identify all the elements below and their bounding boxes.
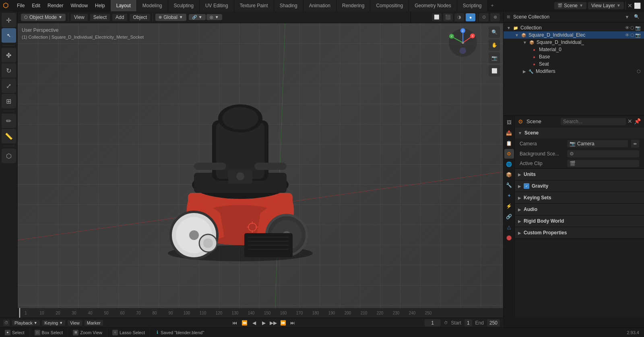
viewport-3d[interactable]: User Perspective (1) Collection | Square… xyxy=(18,23,503,318)
marker-button[interactable]: Marker xyxy=(85,320,103,326)
add-menu[interactable]: Add xyxy=(112,14,127,21)
menu-help[interactable]: Help xyxy=(92,2,108,9)
material-props-icon[interactable]: ⬤ xyxy=(504,233,514,242)
tab-rendering[interactable]: Rendering xyxy=(336,0,370,11)
gravity-checkbox[interactable]: ✓ xyxy=(524,183,529,189)
scene-props-icon[interactable]: ⚙ xyxy=(504,149,514,159)
outliner-item-square-d-sub[interactable]: ▼ 📦 Square_D_Individual_ xyxy=(504,39,644,46)
snap-dropdown[interactable]: 🔗 ▼ xyxy=(189,14,206,20)
props-close-icon[interactable]: ✕ xyxy=(627,118,632,125)
playback-dropdown[interactable]: Playback ▼ xyxy=(12,320,40,326)
outliner-item-material[interactable]: ● Material_0 xyxy=(504,46,644,53)
active-clip-value[interactable]: 🎬 xyxy=(567,160,639,167)
hide-icon-2[interactable]: ⬡ xyxy=(630,33,634,38)
particles-props-icon[interactable]: ✦ xyxy=(504,191,514,201)
modifier-eye-icon[interactable]: ⬡ xyxy=(637,69,641,74)
fullscreen-button[interactable]: ⬜ xyxy=(634,2,641,9)
current-frame-input[interactable]: 1 xyxy=(425,319,441,327)
view-menu[interactable]: View xyxy=(71,14,88,21)
scene-selector[interactable]: 🎬 Scene ▼ xyxy=(554,2,586,9)
camera-value[interactable]: 📷 Camera xyxy=(567,140,628,147)
viewport-overlay[interactable]: ⊙ xyxy=(479,13,489,21)
render-props-icon[interactable]: 🖼 xyxy=(504,118,514,127)
blender-logo[interactable]: ⬡ xyxy=(0,0,11,11)
gravity-section-header[interactable]: ▶ ✓ Gravity xyxy=(515,180,644,192)
object-menu[interactable]: Object xyxy=(130,14,150,21)
audio-section-header[interactable]: ▶ Audio xyxy=(515,204,644,215)
shading-solid[interactable]: ⬛ xyxy=(443,13,453,21)
prev-keyframe-button[interactable]: ⏪ xyxy=(240,319,248,327)
shading-material[interactable]: ◑ xyxy=(454,13,464,21)
start-frame-input[interactable]: 1 xyxy=(464,319,472,327)
scene-section-header[interactable]: ▼ Scene xyxy=(515,127,644,139)
view-button[interactable]: View xyxy=(68,320,82,326)
proportional-dropdown[interactable]: ◎ ▼ xyxy=(206,14,222,20)
tool-measure[interactable]: 📏 xyxy=(2,129,16,143)
eye-icon[interactable]: 👁 xyxy=(625,25,630,31)
background-scene-value[interactable]: ⚙ xyxy=(567,150,639,157)
tab-scripting[interactable]: Scripting xyxy=(457,0,488,11)
hide-icon[interactable]: ⬡ xyxy=(630,25,634,31)
world-props-icon[interactable]: 🌐 xyxy=(504,159,514,169)
menu-render[interactable]: Render xyxy=(44,2,66,9)
output-props-icon[interactable]: 📤 xyxy=(504,128,514,138)
keying-dropdown[interactable]: Keying ▼ xyxy=(42,320,66,326)
tab-compositing[interactable]: Compositing xyxy=(370,0,409,11)
tool-transform[interactable]: ⊞ xyxy=(2,94,16,108)
tab-sculpting[interactable]: Sculpting xyxy=(168,0,200,11)
shading-wireframe[interactable]: ⬜ xyxy=(432,13,442,21)
pan-tool[interactable]: ✋ xyxy=(489,39,500,51)
camera-edit-icon[interactable]: ✏ xyxy=(631,140,639,148)
outliner-item-base[interactable]: ● Base xyxy=(504,53,644,60)
physics-props-icon[interactable]: ⚡ xyxy=(504,201,514,211)
tab-animation[interactable]: Animation xyxy=(303,0,336,11)
gizmo-toggle[interactable]: ⊕ xyxy=(490,13,500,21)
tab-add-button[interactable]: + xyxy=(488,0,497,11)
tool-cursor[interactable]: ✛ xyxy=(2,13,16,27)
close-button[interactable]: ✕ xyxy=(627,2,632,9)
shading-rendered[interactable]: ● xyxy=(466,13,475,21)
mode-dropdown[interactable]: ⬡ Object Mode ▼ xyxy=(21,14,66,21)
play-button[interactable]: ▶ xyxy=(260,319,268,327)
keying-sets-section-header[interactable]: ▶ Keying Sets xyxy=(515,192,644,203)
outliner-item-modifiers[interactable]: ▶ 🔧 Modifiers ⬡ xyxy=(504,68,644,75)
outliner-item-seat[interactable]: ● Seat xyxy=(504,60,644,68)
tool-add-primitive[interactable]: ⬡ xyxy=(2,149,16,163)
select-menu[interactable]: Select xyxy=(90,14,110,21)
view-layer-selector[interactable]: View Layer ▼ xyxy=(588,2,624,9)
next-keyframe-button[interactable]: ⏩ xyxy=(279,319,287,327)
timeline-scrubber[interactable]: 1 10 20 30 40 50 60 70 80 90 100 110 120… xyxy=(0,308,503,318)
render-icon-2[interactable]: 📷 xyxy=(635,33,641,38)
tab-uv-editing[interactable]: UV Editing xyxy=(200,0,234,11)
orthographic-tool[interactable]: ⬜ xyxy=(489,65,500,76)
outliner-item-square-d[interactable]: ▼ 📦 Square_D_Individual_Elec 👁 ⬡ 📷 xyxy=(504,31,644,39)
jump-next-button[interactable]: ▶▶ xyxy=(269,319,277,327)
zoom-tool[interactable]: 🔍 xyxy=(489,27,500,38)
tab-modeling[interactable]: Modeling xyxy=(137,0,168,11)
tool-rotate[interactable]: ↻ xyxy=(2,63,16,78)
data-props-icon[interactable]: △ xyxy=(504,222,514,232)
tool-select[interactable]: ↖ xyxy=(2,28,16,43)
custom-properties-header[interactable]: ▶ Custom Properties xyxy=(515,227,644,238)
menu-file[interactable]: File xyxy=(14,2,28,9)
jump-end-button[interactable]: ⏭ xyxy=(289,319,297,327)
camera-tool[interactable]: 📷 xyxy=(489,52,500,64)
viewlayer-props-icon[interactable]: 📋 xyxy=(504,139,514,148)
tool-move[interactable]: ✤ xyxy=(2,48,16,62)
menu-window[interactable]: Window xyxy=(67,2,91,9)
search-icon[interactable]: 🔍 xyxy=(633,13,641,21)
props-search-input[interactable] xyxy=(561,118,626,125)
tool-scale[interactable]: ⤢ xyxy=(2,79,16,93)
tab-shading[interactable]: Shading xyxy=(274,0,303,11)
transform-dropdown[interactable]: ⊕ Global ▼ xyxy=(155,14,186,21)
filter-icon[interactable]: ▼ xyxy=(623,13,631,21)
outliner-item-collection[interactable]: ▼ 📁 Collection 👁 ⬡ 📷 xyxy=(504,24,644,31)
nav-gizmo[interactable]: Z X Y xyxy=(447,27,479,59)
constraints-props-icon[interactable]: 🔗 xyxy=(504,212,514,221)
rigid-body-world-header[interactable]: ▶ Rigid Body World xyxy=(515,215,644,227)
end-frame-input[interactable]: 250 xyxy=(487,319,500,327)
object-props-icon[interactable]: 📦 xyxy=(504,170,514,180)
eye-icon-2[interactable]: 👁 xyxy=(625,33,630,38)
tool-annotate[interactable]: ✏ xyxy=(2,114,16,128)
menu-edit[interactable]: Edit xyxy=(29,2,43,9)
